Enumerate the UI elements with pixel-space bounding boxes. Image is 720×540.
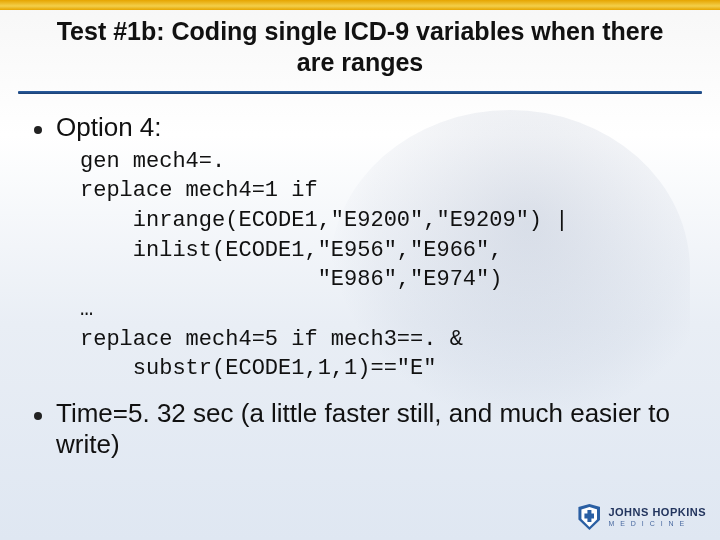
slide-body: Option 4: gen mech4=. replace mech4=1 if…: [0, 94, 720, 461]
shield-icon: [578, 504, 600, 530]
bullet-option-text: Option 4:: [56, 112, 162, 143]
bullet-dot-icon: [34, 412, 42, 420]
code-block: gen mech4=. replace mech4=1 if inrange(E…: [80, 147, 686, 385]
logo-name: JOHNS HOPKINS: [608, 507, 706, 518]
slide: Test #1b: Coding single ICD-9 variables …: [0, 0, 720, 540]
logo-text: JOHNS HOPKINS M E D I C I N E: [608, 507, 706, 527]
slide-title: Test #1b: Coding single ICD-9 variables …: [40, 16, 680, 79]
title-container: Test #1b: Coding single ICD-9 variables …: [0, 10, 720, 87]
bullet-timing-text: Time=5. 32 sec (a little faster still, a…: [56, 398, 686, 460]
bullet-dot-icon: [34, 126, 42, 134]
logo-subtitle: M E D I C I N E: [608, 520, 706, 527]
bullet-timing: Time=5. 32 sec (a little faster still, a…: [34, 398, 686, 460]
footer-logo: JOHNS HOPKINS M E D I C I N E: [578, 504, 706, 530]
bullet-option: Option 4:: [34, 112, 686, 143]
gold-accent-bar: [0, 0, 720, 10]
